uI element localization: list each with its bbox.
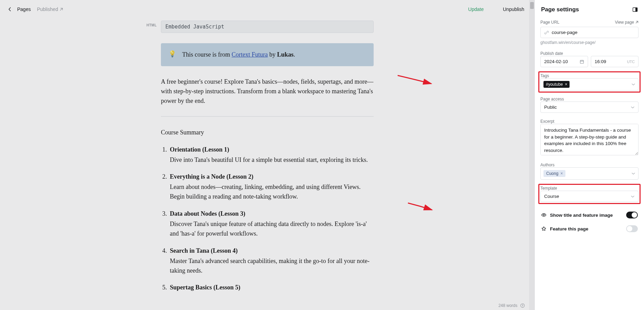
utc-label: UTC [627,60,635,64]
tag-text: #youtube [546,82,563,87]
page-access-select[interactable]: Public [540,102,639,113]
tags-field: Tags #youtube × [540,73,639,91]
author-remove-icon[interactable]: × [560,171,563,176]
published-status[interactable]: Published [37,7,63,12]
publish-date-label: Publish date [540,51,639,56]
back-to-pages-link[interactable]: Pages [17,7,31,12]
svg-rect-3 [580,60,584,63]
lightbulb-icon: 💡 [168,50,176,58]
tags-input[interactable]: #youtube × [540,78,639,91]
page-settings-sidebar: Page settings Page URL View page course-… [535,0,644,310]
feature-page-label: Feature this page [550,226,588,231]
word-count: 248 words [499,303,525,308]
author-chip[interactable]: Cuong × [543,170,565,177]
html-embed-card[interactable]: HTML Embedded JavaScript [161,21,374,33]
page-access-field: Page access Public [540,97,639,113]
chevron-down-icon[interactable] [631,105,635,109]
star-icon [541,226,547,231]
show-title-label: Show title and feature image [550,213,613,218]
template-value: Course [544,194,559,199]
excerpt-label: Excerpt [540,119,639,124]
page-url-field: Page URL View page course-page ghostfam.… [540,20,639,45]
list-item[interactable]: Everything is a Node (Lesson 2) Learn ab… [168,172,374,202]
chevron-left-icon[interactable] [8,7,11,11]
scrollbar[interactable] [529,0,535,310]
callout-link[interactable]: Cortext Futura [232,51,268,58]
chevron-down-icon[interactable] [631,194,635,199]
editor-body: HTML Embedded JavaScript 💡 This course i… [0,19,535,310]
lede-paragraph[interactable]: A free beginner's course! Explore Tana's… [161,77,374,106]
template-select[interactable]: Course [540,191,639,202]
calendar-icon [579,59,584,64]
html-card-text: Embedded JavaScript [165,24,224,30]
editor-topbar: Pages Published Update Unpublish [0,0,535,19]
link-icon [544,30,549,35]
published-status-label: Published [37,7,58,12]
sidebar-collapse-icon[interactable] [632,7,638,12]
page-access-value: Public [544,105,557,110]
external-link-icon [635,21,639,24]
show-title-toggle-row: Show title and feature image [540,208,639,222]
authors-field: Authors Cuong × [540,163,639,180]
list-item[interactable]: Search in Tana (Lesson 4) Master Tana's … [168,246,374,276]
list-item[interactable]: Orientation (Lesson 1) Dive into Tana's … [168,145,374,165]
page-url-value: course-page [552,30,635,35]
view-page-link[interactable]: View page [615,20,639,25]
tag-chip[interactable]: #youtube × [543,81,570,88]
eye-icon [541,212,547,218]
excerpt-field: Excerpt [540,119,639,156]
date-value: 2024-02-10 [544,59,568,64]
chevron-down-icon[interactable] [631,171,635,176]
tag-remove-icon[interactable]: × [565,82,567,86]
help-icon[interactable] [520,303,525,308]
course-summary-heading[interactable]: Course Summary [161,129,374,136]
hr-divider [161,116,374,117]
feature-page-toggle[interactable] [626,225,638,232]
feature-page-toggle-row: Feature this page [540,222,639,236]
author-name: Cuong [546,171,558,176]
list-item[interactable]: Data about Nodes (Lesson 3) Discover Tan… [168,209,374,239]
chevron-down-icon[interactable] [631,82,635,86]
unpublish-button[interactable]: Unpublish [500,4,528,15]
html-card-label: HTML [147,23,157,27]
page-url-label: Page URL [540,20,559,25]
show-title-toggle[interactable] [626,212,638,218]
page-url-input[interactable]: course-page [540,27,639,38]
time-value: 16:09 [595,59,606,64]
page-access-label: Page access [540,97,639,102]
svg-point-4 [543,214,545,216]
svg-rect-2 [635,8,637,12]
template-field: Template Course [540,186,639,202]
callout-text: This course is from Cortext Futura by Lu… [182,50,295,59]
page-url-full: ghostfam.win/en/course-page/ [540,40,639,45]
page-settings-title: Page settings [541,6,579,13]
template-label: Template [540,186,639,191]
publish-date-field: Publish date 2024-02-10 16:09 UTC [540,51,639,67]
callout-block[interactable]: 💡 This course is from Cortext Futura by … [161,43,374,66]
excerpt-textarea[interactable] [540,124,639,155]
list-item[interactable]: Supertag Basics (Lesson 5) [168,283,374,293]
authors-input[interactable]: Cuong × [540,167,639,180]
scroll-thumb[interactable] [530,2,534,9]
course-list[interactable]: Orientation (Lesson 1) Dive into Tana's … [161,145,374,293]
update-button[interactable]: Update [465,4,487,15]
publish-time-input[interactable]: 16:09 UTC [591,56,639,67]
authors-label: Authors [540,163,639,167]
tags-label: Tags [540,73,639,78]
publish-date-input[interactable]: 2024-02-10 [540,56,588,67]
external-link-icon [59,8,63,11]
